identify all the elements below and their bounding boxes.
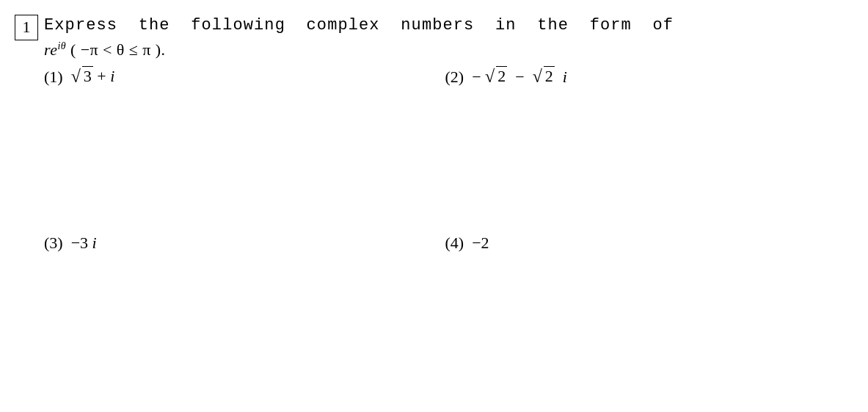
re-base: re bbox=[44, 40, 57, 59]
sub-problem-3: (3) −3 i bbox=[44, 234, 445, 253]
problem-statement: Express the following complex numbers in… bbox=[44, 13, 846, 37]
sub-problem-4: (4) −2 bbox=[445, 234, 847, 253]
sub-label-1: (1) bbox=[44, 68, 67, 86]
sub-expr-2a: 2 bbox=[485, 67, 507, 87]
page: 1 Express the following complex numbers … bbox=[0, 0, 868, 412]
sub-expr-2b: − bbox=[511, 68, 528, 86]
second-line: reiθ ( −π < θ ≤ π ). bbox=[44, 40, 846, 59]
sub-problem-2: (2) − 2 − 2 i bbox=[445, 67, 847, 87]
sub-problem-1: (1) 3 + i bbox=[44, 67, 445, 87]
sqrt-content-1: 3 bbox=[82, 66, 93, 86]
sub-expr-2d: i bbox=[558, 68, 567, 86]
sqrt-radical-2a bbox=[485, 67, 496, 87]
condition: ( −π < θ ≤ π ). bbox=[66, 40, 165, 59]
sub-problems-row-2: (3) −3 i (4) −2 bbox=[44, 234, 846, 253]
exponent: iθ bbox=[57, 40, 66, 51]
sub-label-4: (4) −2 bbox=[445, 234, 489, 252]
sub-problems-row-1: (1) 3 + i (2) − 2 − 2 i bbox=[44, 67, 846, 87]
sub-expr-1: 3 + i bbox=[71, 67, 115, 87]
sqrt-content-2b: 2 bbox=[544, 66, 555, 86]
sub-expr-2c: 2 bbox=[533, 67, 555, 87]
problem-content: Express the following complex numbers in… bbox=[44, 13, 846, 253]
problem-number: 1 bbox=[15, 15, 38, 40]
sub-label-3: (3) −3 i bbox=[44, 234, 97, 252]
sub-label-2: (2) − bbox=[445, 68, 481, 86]
statement-text: Express the following complex numbers in… bbox=[44, 16, 674, 35]
sqrt-content-2a: 2 bbox=[496, 66, 507, 86]
problem-block: 1 Express the following complex numbers … bbox=[15, 13, 846, 253]
sqrt-radical-2b bbox=[533, 67, 544, 87]
sqrt-radical-1 bbox=[71, 67, 82, 87]
